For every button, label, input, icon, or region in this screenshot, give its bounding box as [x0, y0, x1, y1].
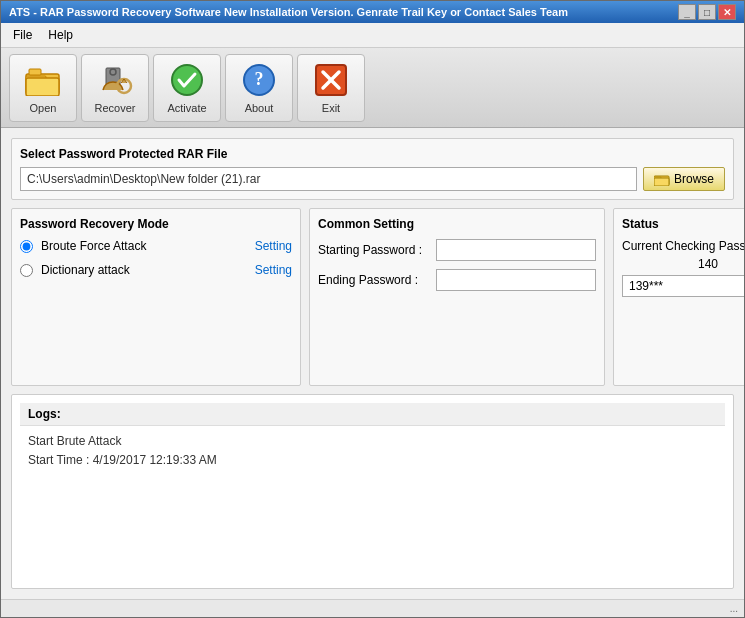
ending-password-input[interactable]	[436, 269, 596, 291]
menu-bar: File Help	[1, 23, 744, 48]
ending-password-label: Ending Password :	[318, 273, 428, 287]
log-line-0: Start Brute Attack	[28, 432, 717, 451]
password-recovery-title: Password Recovery Mode	[20, 217, 292, 231]
common-setting-panel: Common Setting Starting Password : Endin…	[309, 208, 605, 386]
activate-icon	[169, 62, 205, 98]
common-setting-title: Common Setting	[318, 217, 596, 231]
browse-label: Browse	[674, 172, 714, 186]
brute-force-radio[interactable]	[20, 240, 33, 253]
maximize-button[interactable]: □	[698, 4, 716, 20]
open-button[interactable]: Open	[9, 54, 77, 122]
password-recovery-panel: Password Recovery Mode Broute Force Atta…	[11, 208, 301, 386]
recover-button[interactable]: Recover	[81, 54, 149, 122]
logs-content: Start Brute Attack Start Time : 4/19/201…	[20, 426, 725, 586]
activate-button[interactable]: Activate	[153, 54, 221, 122]
starting-password-input[interactable]	[436, 239, 596, 261]
open-label: Open	[30, 102, 57, 114]
menu-file[interactable]: File	[5, 25, 40, 45]
recover-icon	[97, 62, 133, 98]
file-input-row: Browse	[20, 167, 725, 191]
svg-text:?: ?	[255, 69, 264, 89]
about-button[interactable]: ? About	[225, 54, 293, 122]
svg-rect-15	[654, 178, 669, 186]
log-line-1: Start Time : 4/19/2017 12:19:33 AM	[28, 451, 717, 470]
svg-rect-2	[26, 78, 59, 96]
dictionary-radio[interactable]	[20, 264, 33, 277]
toolbar: Open Recover Acti	[1, 48, 744, 128]
exit-label: Exit	[322, 102, 340, 114]
status-panel: Status Current Checking Password : 140 1…	[613, 208, 744, 386]
recover-label: Recover	[95, 102, 136, 114]
status-password-box: 139***	[622, 275, 744, 297]
browse-folder-icon	[654, 172, 670, 186]
status-bar: ...	[1, 599, 744, 617]
svg-rect-3	[29, 69, 41, 75]
dictionary-setting-link[interactable]: Setting	[255, 263, 292, 277]
starting-password-row: Starting Password :	[318, 239, 596, 261]
logs-title: Logs:	[20, 403, 725, 426]
title-text: ATS - RAR Password Recovery Software New…	[9, 6, 568, 18]
close-button[interactable]: ✕	[718, 4, 736, 20]
current-checking-label: Current Checking Password :	[622, 239, 744, 253]
main-window: ATS - RAR Password Recovery Software New…	[0, 0, 745, 618]
about-icon: ?	[241, 62, 277, 98]
file-section-label: Select Password Protected RAR File	[20, 147, 725, 161]
exit-icon	[313, 62, 349, 98]
status-bar-text: ...	[730, 603, 738, 614]
brute-force-setting-link[interactable]: Setting	[255, 239, 292, 253]
dictionary-label: Dictionary attack	[41, 263, 130, 277]
activate-label: Activate	[167, 102, 206, 114]
ending-password-row: Ending Password :	[318, 269, 596, 291]
file-section: Select Password Protected RAR File Brows…	[11, 138, 734, 200]
starting-password-label: Starting Password :	[318, 243, 428, 257]
window-controls: _ □ ✕	[678, 4, 736, 20]
svg-point-7	[172, 65, 202, 95]
exit-button[interactable]: Exit	[297, 54, 365, 122]
main-content: Select Password Protected RAR File Brows…	[1, 128, 744, 599]
file-path-input[interactable]	[20, 167, 637, 191]
dictionary-row: Dictionary attack Setting	[20, 263, 292, 277]
brute-force-label: Broute Force Attack	[41, 239, 146, 253]
minimize-button[interactable]: _	[678, 4, 696, 20]
browse-button[interactable]: Browse	[643, 167, 725, 191]
open-folder-icon	[25, 62, 61, 98]
status-title: Status	[622, 217, 744, 231]
panels-row: Password Recovery Mode Broute Force Atta…	[11, 208, 734, 386]
radio-group: Broute Force Attack Setting Dictionary a…	[20, 239, 292, 277]
title-bar: ATS - RAR Password Recovery Software New…	[1, 1, 744, 23]
status-count: 140	[622, 257, 744, 271]
logs-section: Logs: Start Brute Attack Start Time : 4/…	[11, 394, 734, 590]
about-label: About	[245, 102, 274, 114]
brute-force-row: Broute Force Attack Setting	[20, 239, 292, 253]
menu-help[interactable]: Help	[40, 25, 81, 45]
